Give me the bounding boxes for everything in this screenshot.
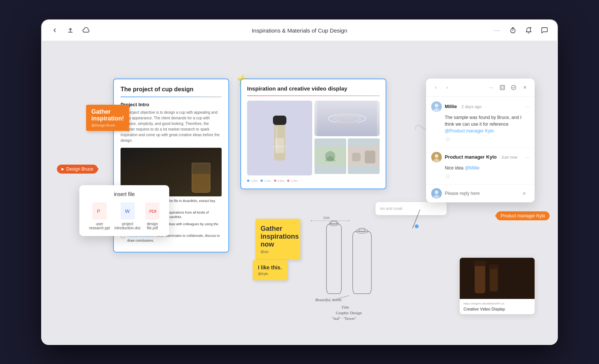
canvas-area: ~ The project of cup design Project Intr… (42, 41, 557, 344)
design-bruce-text: Design Bruce (66, 166, 93, 172)
doc-card-section: Project Intro (121, 102, 222, 107)
comment-emoji-millie[interactable]: ☺ (445, 136, 529, 143)
video-thumbnail: ▶ (460, 258, 535, 299)
comment-author-row-2: Product manager Kylo Just now ··· (431, 152, 529, 162)
connector-dot-2 (415, 224, 419, 228)
timer-button[interactable] (508, 25, 518, 36)
app-window: Inspirations & Materials of Cup Design ·… (41, 19, 558, 345)
svg-rect-53 (460, 258, 535, 299)
bottom-images (314, 138, 380, 174)
comment-kylo: Product manager Kylo Just now ··· Nice i… (426, 147, 535, 184)
glass-shape (192, 163, 210, 193)
comment-panel-header: ‹ › ··· (426, 79, 535, 97)
comment-author-millie: Millie (445, 104, 457, 109)
reply-input[interactable] (445, 191, 517, 196)
main-product-image: COSMETICS (247, 101, 312, 175)
doc-label: projectintroduction.doc (114, 222, 141, 230)
comment-more-kylo[interactable]: ··· (525, 154, 529, 160)
insert-file-items: P userresearch.ppt W projectintroduction… (87, 202, 162, 230)
svg-text:"leaf" · "flower": "leaf" · "flower" (332, 316, 356, 321)
svg-text:COSMETICS: COSMETICS (273, 146, 286, 148)
avatar-millie (431, 101, 442, 112)
avatar-kylo (431, 152, 442, 162)
video-card: ▶ https://inspire.3kur8l0kn0FF.un Creati… (460, 258, 535, 314)
stone-image (348, 138, 380, 174)
comment-text-millie: The sample was found by Bruce, and I thi… (445, 114, 529, 134)
cosmetic-bottle-img: COSMETICS (247, 101, 312, 175)
doc-card-divider (121, 97, 222, 97)
comment-panel: ‹ › ··· (426, 79, 535, 202)
back-button[interactable] (49, 25, 60, 36)
image-card-title: Inspiration and creative video display (247, 85, 380, 92)
app-title: Inspirations & Materials of Cup Design (252, 27, 347, 34)
comment-more-button[interactable]: ··· (487, 83, 496, 92)
sticky-yellow-gather: Gatherinspirationsnow @ulu (255, 219, 300, 260)
sketch-area: 2cm Beautiful, bottle Title Graphic Desi… (304, 213, 401, 322)
comment-next-button[interactable]: › (443, 83, 451, 92)
svg-rect-23 (365, 150, 375, 163)
sticky-like-text: I like this. (258, 264, 282, 270)
sticky-gather-text: Gatherinspirationsnow (261, 225, 295, 248)
more-options-button[interactable]: ··· (492, 25, 502, 36)
notification-button[interactable] (523, 25, 534, 36)
comment-author-kylo: Product manager Kylo (445, 154, 497, 160)
sticky-gather-author: @ulu (261, 250, 295, 254)
avatar-me (431, 188, 442, 199)
water-img-bg (314, 101, 380, 136)
file-item-ppt[interactable]: P userresearch.ppt (89, 202, 110, 230)
ppt-icon: P (92, 202, 107, 220)
pm-kylo-floating-label: Product manager Kylo (496, 211, 550, 220)
svg-point-40 (435, 104, 438, 107)
comment-expand-button[interactable] (498, 83, 507, 92)
svg-text:PDF: PDF (149, 209, 156, 214)
image-grid: COSMETICS (247, 101, 380, 176)
top-bar-left (49, 25, 91, 36)
video-card-info: https://inspire.3kur8l0kn0FF.un Creative… (460, 299, 535, 314)
doc-card-title: The project of cup design (121, 86, 222, 93)
svg-rect-36 (500, 85, 505, 90)
image-card-divider (247, 95, 380, 96)
svg-text:2cm: 2cm (323, 215, 329, 220)
video-url: https://inspire.3kur8l0kn0FF.un (463, 302, 531, 305)
svg-text:Beautiful, bottle: Beautiful, bottle (315, 297, 342, 302)
svg-rect-13 (276, 127, 277, 149)
comment-panel-actions: ··· ✕ (487, 83, 529, 92)
svg-text:P: P (97, 208, 100, 214)
cloud-button[interactable] (81, 25, 91, 36)
comment-time-millie: 2 days ago (462, 104, 482, 109)
inspiration-image-card: Inspiration and creative video display C (240, 79, 386, 189)
file-item-doc[interactable]: W projectintroduction.doc (114, 202, 141, 230)
svg-rect-22 (352, 153, 361, 161)
insert-file-title: insert file (87, 191, 162, 197)
send-reply-button[interactable] (520, 189, 529, 198)
comment-check-button[interactable] (509, 83, 518, 92)
sticky-orange-text: Gatherinspiration! (91, 108, 124, 122)
doc-card-text: The project objective is to design a cup… (121, 110, 222, 143)
top-bar-right: ··· (492, 25, 550, 36)
svg-rect-10 (273, 116, 286, 125)
sticky-orange-author: @Design Bruce (91, 123, 124, 127)
sticky-like-author: @Kyle (258, 272, 282, 276)
pdf-icon: PDF (145, 202, 159, 220)
sticky-gather-inspiration: Gatherinspiration! @Design Bruce (86, 105, 129, 131)
svg-text:W: W (125, 208, 130, 214)
doc-icon: W (121, 202, 135, 220)
comment-close-button[interactable]: ✕ (520, 83, 529, 92)
comment-millie: Millie 2 days ago ··· The sample was fou… (426, 97, 535, 147)
pdf-label: designfile.pdf (147, 222, 158, 230)
svg-rect-18 (336, 112, 358, 123)
partial-card-text: ion and creati (380, 207, 442, 211)
water-texture-image (314, 101, 380, 136)
comment-more-millie[interactable]: ··· (525, 104, 529, 110)
chat-button[interactable] (539, 25, 550, 36)
upload-button[interactable] (65, 25, 76, 36)
sticky-like: I like this. @Kyle (253, 260, 287, 280)
comment-emoji-kylo[interactable]: ☺ (445, 173, 529, 180)
file-item-pdf[interactable]: PDF designfile.pdf (145, 202, 159, 230)
comment-text-kylo: Nice idea @Millie (445, 165, 529, 171)
nature-image (314, 138, 346, 174)
svg-point-46 (435, 190, 438, 194)
comment-reply-area (426, 184, 535, 202)
svg-rect-37 (501, 86, 504, 89)
comment-prev-button[interactable]: ‹ (431, 83, 440, 92)
